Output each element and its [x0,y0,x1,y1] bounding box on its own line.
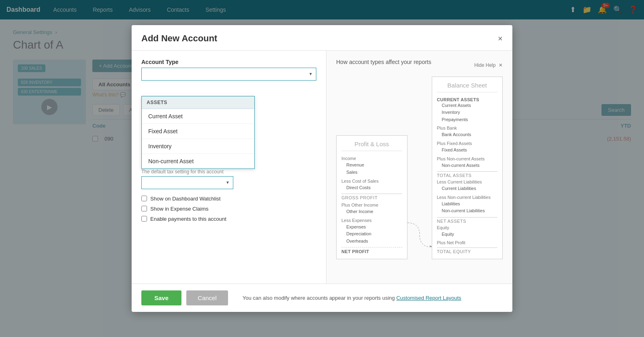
pl-net-profit-line [341,247,402,247]
bs-equity-items: Equity [437,231,498,238]
dashboard-watchlist-checkbox[interactable] [141,196,147,201]
hide-help-close-icon[interactable]: ✕ [499,62,503,68]
tax-dropdown-arrow[interactable]: ▼ [222,176,233,189]
bs-current-assets-label: Current Assets [437,97,498,102]
cancel-button[interactable]: Cancel [186,290,228,305]
account-type-label: Account Type [141,59,316,65]
modal-left-panel: Account Type ▼ ASSETS Current Asset Fixe… [132,51,326,284]
bs-current-liabilities-section: Less Current Liabilities Current Liabili… [437,179,498,192]
help-panel-title: How account types affect your reports [336,59,431,65]
modal-title: Add New Account [141,33,217,44]
bs-bank-section: Plus Bank Bank Accounts [437,126,498,139]
footer-text: You can also modify where accounts appea… [243,295,503,301]
pl-other-income-items: Other Income [341,208,402,215]
bs-equity-section: Equity Equity [437,225,498,238]
modal-body: Account Type ▼ ASSETS Current Asset Fixe… [132,51,512,284]
pl-other-income-section: Plus Other Income Other Income [341,203,402,215]
save-button[interactable]: Save [141,290,181,305]
pl-income-label: Income [341,156,402,161]
pl-cost-label: Less Cost of Sales [341,179,402,183]
modal-overlay: Add New Account × Account Type ▼ ASSETS [0,0,644,337]
footer-text-content: You can also modify where accounts appea… [243,295,395,301]
reports-preview-area: Profit & Loss Income RevenueSales Less C… [336,77,503,276]
payments-checkbox[interactable] [141,216,147,222]
bs-non-current-assets-items: Non-current Assets [437,162,498,169]
bs-fixed-assets-label: Plus Fixed Assets [437,141,498,146]
bs-net-profit-label: Plus Net Profit [437,240,498,245]
balance-sheet-title: Balance Sheet [437,82,498,92]
bs-fixed-assets-items: Fixed Assets [437,147,498,154]
pl-cost-section: Less Cost of Sales Direct Costs [341,179,402,192]
profit-loss-card: Profit & Loss Income RevenueSales Less C… [336,135,407,259]
expense-claims-checkbox[interactable] [141,206,147,211]
account-type-dropdown: ASSETS Current Asset Fixed Asset Invento… [141,96,255,169]
modal-right-panel: How account types affect your reports Hi… [326,51,512,284]
footer-link[interactable]: Customised Report Layouts [396,295,461,301]
dropdown-item-fixed-asset[interactable]: Fixed Asset [142,124,254,139]
expense-claims-group: Show in Expense Claims [141,206,316,212]
account-type-input[interactable] [141,68,305,81]
bs-current-assets-section: Current Assets Current AssetsInventoryPr… [437,97,498,124]
pl-expenses-label: Less Expenses [341,218,402,223]
bs-non-current-liabilities-items: LiabilitiesNon-current Liabilities [437,200,498,215]
bs-fixed-assets-section: Plus Fixed Assets Fixed Assets [437,141,498,154]
dashboard-watchlist-group: Show on Dashboard Watchlist [141,196,316,202]
hide-help-text: Hide Help [474,62,496,68]
pl-expenses-items: ExpensesDepreciationOverheads [341,224,402,245]
account-type-dropdown-arrow[interactable]: ▼ [305,68,316,81]
pl-income-section: Income RevenueSales [341,156,402,176]
pl-expenses-section: Less Expenses ExpensesDepreciationOverhe… [341,218,402,245]
tax-hint: The default tax setting for this account [141,169,316,175]
bs-equity-label: Equity [437,225,498,230]
bs-total-equity: TOTAL EQUITY [437,247,498,254]
pl-income-items: RevenueSales [341,162,402,176]
bs-net-profit-section: Plus Net Profit [437,240,498,245]
pl-cost-items: Direct Costs [341,184,402,192]
dropdown-item-current-asset[interactable]: Current Asset [142,109,254,124]
expense-claims-label: Show in Expense Claims [150,206,209,212]
bs-non-current-liabilities-section: Less Non-current Liabilities Liabilities… [437,195,498,215]
pl-other-income-label: Plus Other Income [341,203,402,207]
dashboard-watchlist-label: Show on Dashboard Watchlist [150,196,221,202]
dropdown-assets-header: ASSETS [142,96,254,109]
tax-input[interactable] [141,176,222,189]
profit-loss-title: Profit & Loss [341,141,402,151]
bs-bank-items: Bank Accounts [437,131,498,139]
account-type-group: Account Type ▼ ASSETS Current Asset Fixe… [141,59,316,81]
pl-gross-profit: GROSS PROFIT [341,194,402,200]
pl-net-profit-label: NET PROFIT [341,249,402,254]
bs-non-current-liabilities-label: Less Non-current Liabilities [437,195,498,200]
modal-footer: Save Cancel You can also modify where ac… [132,284,512,312]
dropdown-item-inventory[interactable]: Inventory [142,139,254,154]
balance-sheet-card: Balance Sheet Current Assets Current Ass… [432,77,503,260]
bs-current-liabilities-label: Less Current Liabilities [437,179,498,184]
payments-group: Enable payments to this account [141,216,316,222]
bs-total-assets: TOTAL ASSETS [437,171,498,178]
payments-label: Enable payments to this account [150,216,226,222]
hide-help-link[interactable]: Hide Help ✕ [474,62,503,68]
bs-net-assets: NET ASSETS [437,217,498,224]
tax-input-wrapper: ▼ [141,176,316,189]
bs-bank-label: Plus Bank [437,126,498,130]
bs-current-assets-items: Current AssetsInventoryPrepayments [437,102,498,124]
modal-dialog: Add New Account × Account Type ▼ ASSETS [132,25,512,312]
modal-header: Add New Account × [132,25,512,51]
bs-non-current-assets-label: Plus Non-current Assets [437,156,498,161]
dropdown-item-non-current-asset[interactable]: Non-current Asset [142,154,254,168]
modal-close-button[interactable]: × [498,34,503,43]
bs-non-current-assets-section: Plus Non-current Assets Non-current Asse… [437,156,498,169]
connector-svg [407,215,432,247]
account-type-input-wrapper: ▼ [141,68,316,81]
bs-current-liabilities-items: Current Liabilities [437,185,498,192]
